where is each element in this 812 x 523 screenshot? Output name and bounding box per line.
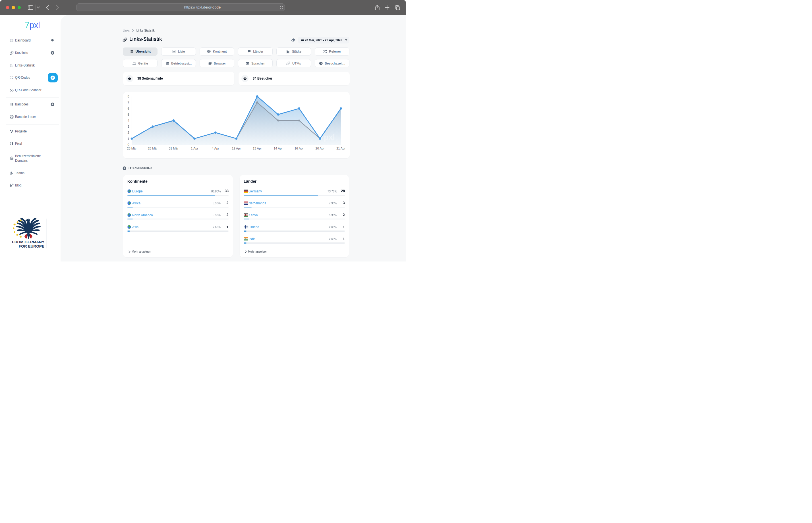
svg-text:0: 0 — [127, 143, 129, 146]
svg-text:1 Apr: 1 Apr — [191, 147, 198, 150]
svg-text:7: 7 — [127, 101, 129, 104]
svg-text:28 Mär: 28 Mär — [147, 147, 158, 150]
svg-text:5: 5 — [127, 113, 129, 116]
svg-text:1: 1 — [127, 137, 129, 140]
svg-text:6: 6 — [127, 107, 129, 110]
svg-text:7pxl: 7pxl — [319, 133, 335, 142]
svg-text:16 Apr: 16 Apr — [294, 147, 303, 150]
svg-text:25 Mär: 25 Mär — [127, 147, 137, 150]
svg-text:3: 3 — [127, 125, 129, 128]
svg-text:4: 4 — [127, 119, 129, 122]
svg-text:4 Apr: 4 Apr — [212, 147, 219, 150]
svg-text:2: 2 — [127, 131, 129, 134]
svg-text:20 Apr: 20 Apr — [315, 147, 324, 150]
svg-text:21 Apr: 21 Apr — [336, 147, 345, 150]
svg-text:12 Apr: 12 Apr — [232, 147, 241, 150]
svg-text:14 Apr: 14 Apr — [273, 147, 283, 150]
svg-text:31 Mär: 31 Mär — [168, 147, 179, 150]
svg-text:13 Apr: 13 Apr — [252, 147, 261, 150]
svg-text:8: 8 — [127, 95, 129, 98]
